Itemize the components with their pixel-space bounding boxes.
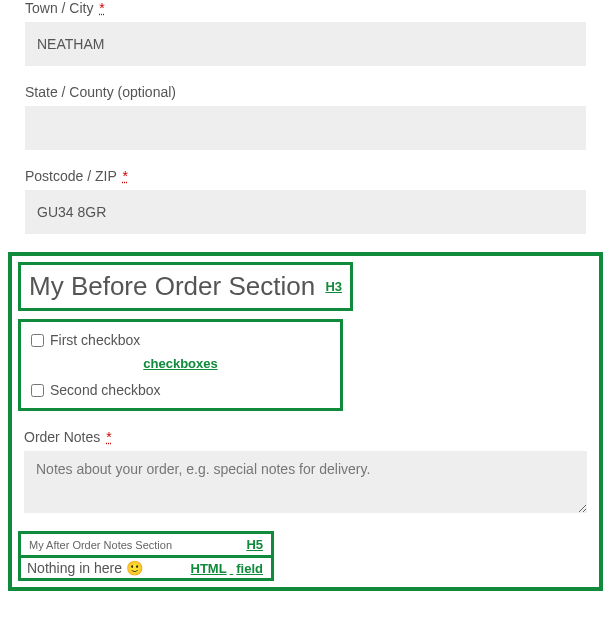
required-indicator: * [99, 0, 104, 16]
second-checkbox[interactable] [31, 384, 44, 397]
state-county-label: State / County (optional) [25, 84, 586, 100]
postcode-input[interactable] [25, 190, 586, 234]
first-checkbox[interactable] [31, 334, 44, 347]
h5-annotation-tag: H5 [246, 537, 263, 552]
checkboxes-annotation-tag: checkboxes [143, 356, 217, 371]
first-checkbox-label: First checkbox [50, 332, 140, 348]
town-city-label: Town / City * [25, 0, 586, 16]
checkboxes-box: First checkbox checkboxes Second checkbo… [18, 319, 343, 411]
html-field-box: Nothing in here 🙂 HTML field [18, 555, 274, 581]
html-field-text: Nothing in here [27, 560, 122, 576]
required-indicator: * [106, 429, 111, 445]
order-notes-textarea[interactable] [24, 451, 587, 513]
order-notes-label: Order Notes * [24, 429, 587, 445]
second-checkbox-row: Second checkbox [31, 382, 330, 398]
postcode-field: Postcode / ZIP * [0, 168, 611, 252]
state-county-input[interactable] [25, 106, 586, 150]
html-tag-word1: HTML [191, 561, 227, 576]
custom-sections-annotation: My Before Order Section H3 First checkbo… [8, 252, 603, 591]
town-city-input[interactable] [25, 22, 586, 66]
checkboxes-annotation-wrap: checkboxes [31, 354, 330, 372]
before-order-title: My Before Order Section [29, 271, 315, 302]
after-order-heading-box: My After Order Notes Section H5 [18, 531, 274, 558]
label-text: Order Notes [24, 429, 100, 445]
first-checkbox-row: First checkbox [31, 332, 330, 348]
required-indicator: * [122, 168, 127, 184]
html-field-content: Nothing in here 🙂 [27, 560, 143, 576]
after-order-title: My After Order Notes Section [29, 539, 172, 551]
h3-annotation-tag: H3 [325, 279, 342, 294]
html-tag-word2: field [236, 561, 263, 576]
html-annotation-tag: HTML field [191, 561, 263, 576]
label-text: Town / City [25, 0, 93, 16]
postcode-label: Postcode / ZIP * [25, 168, 586, 184]
smile-emoji: 🙂 [126, 560, 143, 576]
before-order-heading-box: My Before Order Section H3 [18, 262, 353, 311]
second-checkbox-label: Second checkbox [50, 382, 161, 398]
label-text: Postcode / ZIP [25, 168, 117, 184]
order-notes-field: Order Notes * [24, 429, 587, 517]
town-city-field: Town / City * [0, 0, 611, 84]
state-county-field: State / County (optional) [0, 84, 611, 168]
